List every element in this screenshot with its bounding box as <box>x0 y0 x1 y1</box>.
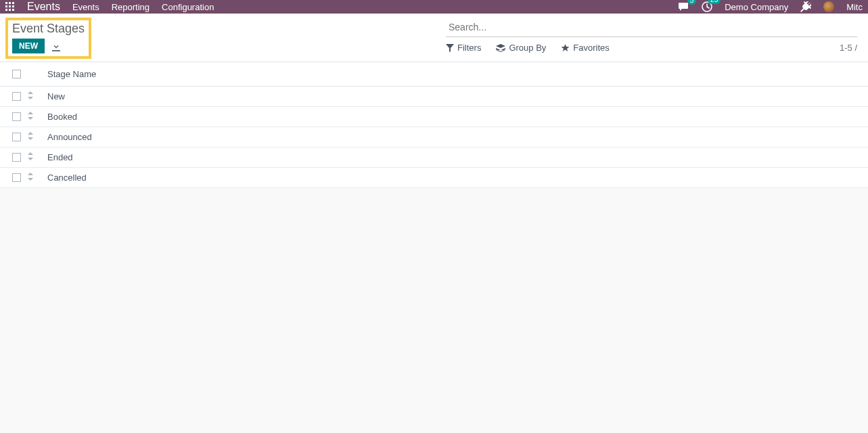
list-view: Stage Name NewBookedAnnouncedEndedCancel… <box>0 62 868 188</box>
row-checkbox[interactable] <box>12 133 21 141</box>
activities-badge: 25 <box>708 0 721 4</box>
debug-icon[interactable] <box>800 1 811 13</box>
svg-rect-7 <box>9 9 11 11</box>
drag-handle-icon[interactable] <box>27 91 34 99</box>
download-icon[interactable] <box>51 41 61 51</box>
company-switcher[interactable]: Demo Company <box>725 2 788 12</box>
svg-marker-17 <box>28 158 33 160</box>
col-stage-name[interactable]: Stage Name <box>43 69 96 79</box>
row-checkbox[interactable] <box>12 173 21 182</box>
groupby-button[interactable]: Group By <box>496 43 546 53</box>
apps-grid-icon[interactable] <box>5 2 15 12</box>
drag-handle-icon[interactable] <box>27 152 34 160</box>
drag-handle-icon[interactable] <box>27 132 34 140</box>
table-row[interactable]: New <box>0 87 868 107</box>
top-nav: Events Events Reporting Configuration 5 … <box>0 0 868 14</box>
activities-icon[interactable]: 25 <box>702 1 712 12</box>
table-row[interactable]: Cancelled <box>0 168 868 188</box>
svg-marker-10 <box>28 91 33 94</box>
control-panel: Event Stages New Filters Group By Favori… <box>0 14 868 62</box>
layers-icon <box>496 44 505 52</box>
app-brand[interactable]: Events <box>27 1 60 13</box>
page-title: Event Stages <box>12 22 85 36</box>
svg-marker-14 <box>28 132 33 135</box>
nav-configuration[interactable]: Configuration <box>162 2 214 12</box>
svg-marker-19 <box>28 178 33 181</box>
select-all-checkbox[interactable] <box>12 70 21 78</box>
avatar[interactable] <box>823 1 834 12</box>
table-row[interactable]: Booked <box>0 107 868 127</box>
stage-name-cell[interactable]: Cancelled <box>43 173 87 183</box>
row-checkbox[interactable] <box>12 153 21 162</box>
svg-rect-6 <box>5 9 7 11</box>
pager[interactable]: 1-5 / <box>840 43 857 53</box>
favorites-button[interactable]: Favorites <box>561 43 609 53</box>
filters-button[interactable]: Filters <box>446 43 481 53</box>
star-icon <box>561 44 570 52</box>
svg-rect-5 <box>12 5 14 7</box>
drag-handle-icon[interactable] <box>27 112 34 120</box>
table-row[interactable]: Ended <box>0 147 868 168</box>
svg-rect-1 <box>9 2 11 4</box>
stage-name-cell[interactable]: New <box>43 91 65 101</box>
nav-reporting[interactable]: Reporting <box>112 2 150 12</box>
svg-marker-11 <box>28 97 33 99</box>
favorites-label: Favorites <box>573 43 609 53</box>
stage-name-cell[interactable]: Announced <box>43 132 92 142</box>
svg-marker-15 <box>28 137 33 140</box>
filter-icon <box>446 44 454 52</box>
search-input[interactable] <box>446 18 857 37</box>
stage-name-cell[interactable]: Booked <box>43 112 77 122</box>
filters-label: Filters <box>457 43 481 53</box>
svg-rect-8 <box>12 9 14 11</box>
svg-marker-12 <box>28 112 33 114</box>
svg-marker-13 <box>28 117 33 120</box>
messages-icon[interactable]: 5 <box>679 2 689 12</box>
table-header: Stage Name <box>0 62 868 87</box>
row-checkbox[interactable] <box>12 112 21 121</box>
svg-marker-16 <box>28 152 33 155</box>
messages-badge: 5 <box>687 0 697 5</box>
nav-events[interactable]: Events <box>72 2 99 12</box>
svg-marker-18 <box>28 173 33 175</box>
drag-handle-icon[interactable] <box>27 173 34 181</box>
svg-rect-2 <box>12 2 14 4</box>
svg-rect-0 <box>5 2 7 4</box>
user-name[interactable]: Mitc <box>846 2 863 12</box>
row-checkbox[interactable] <box>12 92 21 101</box>
groupby-label: Group By <box>509 43 546 53</box>
highlight-box: Event Stages New <box>5 18 91 59</box>
svg-rect-4 <box>9 5 11 7</box>
stage-name-cell[interactable]: Ended <box>43 152 73 162</box>
svg-rect-3 <box>5 5 7 7</box>
table-row[interactable]: Announced <box>0 127 868 147</box>
new-button[interactable]: New <box>12 39 45 53</box>
